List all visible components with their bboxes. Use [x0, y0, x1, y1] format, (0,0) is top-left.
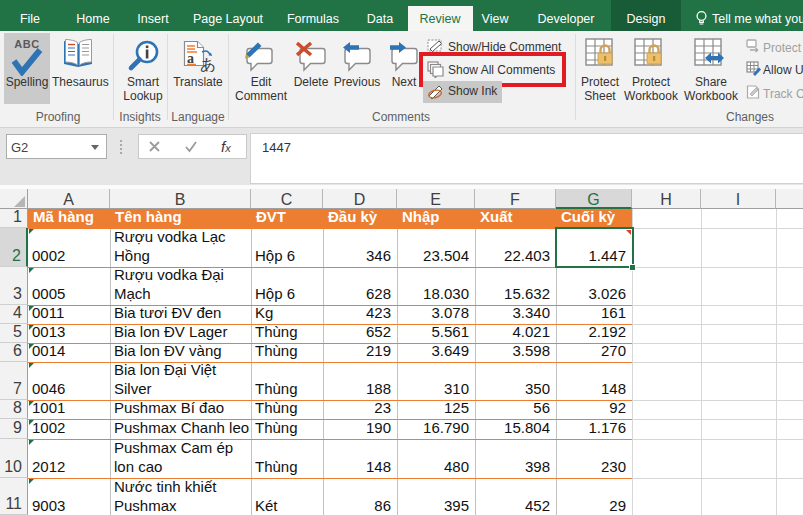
svg-text:あ: あ: [200, 56, 216, 72]
